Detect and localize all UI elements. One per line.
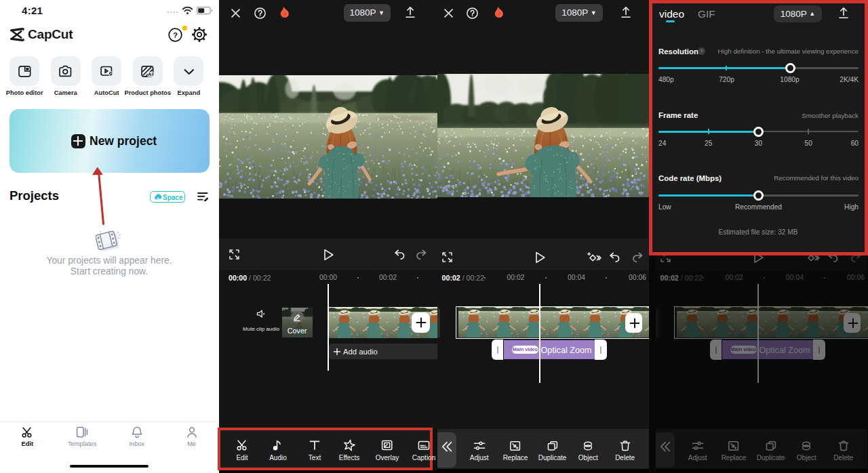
svg-text:AI: AI <box>148 71 153 77</box>
svg-text:?: ? <box>173 31 178 39</box>
